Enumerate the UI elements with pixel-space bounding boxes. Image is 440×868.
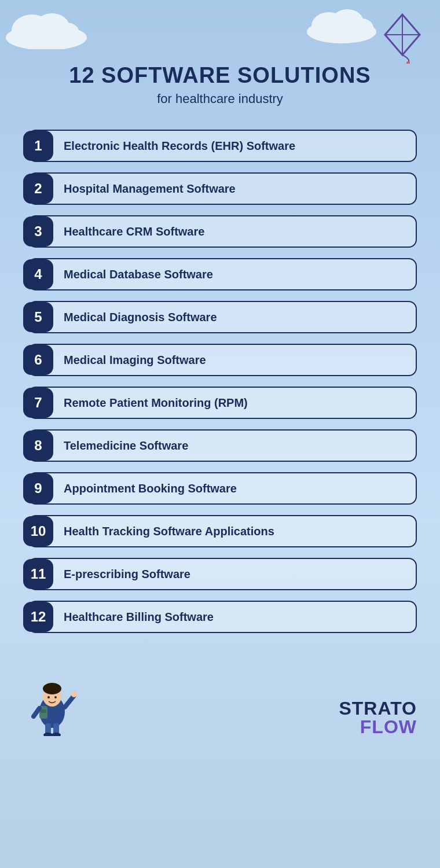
number-badge-1: 1	[23, 131, 53, 161]
svg-point-24	[47, 696, 50, 698]
number-badge-12: 12	[23, 602, 53, 632]
item-label-11: E-prescribing Software	[64, 567, 190, 581]
item-label-3: Healthcare CRM Software	[64, 225, 204, 238]
item-box-3: Healthcare CRM Software	[28, 215, 417, 248]
footer-section: STRATO FLOW	[0, 655, 440, 748]
number-badge-6: 6	[23, 345, 53, 375]
number-badge-5: 5	[23, 302, 53, 332]
number-badge-10: 10	[23, 516, 53, 546]
svg-point-25	[54, 696, 57, 698]
list-item-4: 4 Medical Database Software	[23, 258, 417, 290]
item-box-4: Medical Database Software	[28, 258, 417, 290]
list-item-2: 2 Hospital Management Software	[23, 172, 417, 205]
list-item-11: 11 E-prescribing Software	[23, 558, 417, 590]
item-box-9: Appointment Booking Software	[28, 472, 417, 505]
item-label-10: Health Tracking Software Applications	[64, 524, 274, 538]
item-box-5: Medical Diagnosis Software	[28, 301, 417, 333]
item-box-12: Healthcare Billing Software	[28, 601, 417, 633]
cloud-decoration-left	[0, 9, 93, 49]
svg-rect-18	[41, 709, 46, 713]
main-subtitle: for healthcare industry	[0, 91, 440, 106]
number-badge-8: 8	[23, 431, 53, 461]
items-list: 1 Electronic Health Records (EHR) Softwa…	[0, 118, 440, 655]
list-item-1: 1 Electronic Health Records (EHR) Softwa…	[23, 130, 417, 162]
item-label-1: Electronic Health Records (EHR) Software	[64, 139, 295, 153]
number-badge-3: 3	[23, 216, 53, 247]
list-item-3: 3 Healthcare CRM Software	[23, 215, 417, 248]
item-box-11: E-prescribing Software	[28, 558, 417, 590]
item-box-7: Remote Patient Monitoring (RPM)	[28, 387, 417, 419]
kite-decoration	[376, 12, 428, 64]
svg-line-21	[65, 696, 74, 707]
svg-point-3	[54, 23, 79, 43]
person-illustration	[23, 661, 81, 736]
svg-line-23	[34, 708, 39, 716]
item-box-8: Telemedicine Software	[28, 429, 417, 462]
item-box-2: Hospital Management Software	[28, 172, 417, 205]
item-label-12: Healthcare Billing Software	[64, 610, 214, 624]
list-item-9: 9 Appointment Booking Software	[23, 472, 417, 505]
number-badge-7: 7	[23, 388, 53, 418]
svg-point-7	[350, 19, 373, 37]
brand-line2: FLOW	[339, 718, 417, 736]
list-item-12: 12 Healthcare Billing Software	[23, 601, 417, 633]
list-item-8: 8 Telemedicine Software	[23, 429, 417, 462]
item-label-4: Medical Database Software	[64, 267, 213, 281]
list-item-7: 7 Remote Patient Monitoring (RPM)	[23, 387, 417, 419]
item-label-5: Medical Diagnosis Software	[64, 310, 217, 324]
item-box-6: Medical Imaging Software	[28, 344, 417, 376]
item-box-10: Health Tracking Software Applications	[28, 515, 417, 547]
list-item-6: 6 Medical Imaging Software	[23, 344, 417, 376]
svg-point-15	[43, 733, 53, 736]
number-badge-9: 9	[23, 473, 53, 503]
item-label-2: Hospital Management Software	[64, 182, 236, 196]
item-box-1: Electronic Health Records (EHR) Software	[28, 130, 417, 162]
brand-logo: STRATO FLOW	[339, 699, 417, 736]
svg-point-20	[43, 683, 61, 694]
number-badge-11: 11	[23, 559, 53, 589]
svg-point-16	[52, 733, 61, 736]
item-label-8: Telemedicine Software	[64, 439, 188, 453]
svg-point-22	[71, 692, 77, 697]
cloud-decoration-right	[301, 6, 382, 43]
brand-line1: STRATO	[339, 699, 417, 718]
main-title: 12 SOFTWARE SOLUTIONS	[0, 64, 440, 88]
item-label-9: Appointment Booking Software	[64, 481, 237, 495]
number-badge-2: 2	[23, 174, 53, 204]
item-label-6: Medical Imaging Software	[64, 353, 206, 367]
number-badge-4: 4	[23, 259, 53, 289]
list-item-5: 5 Medical Diagnosis Software	[23, 301, 417, 333]
item-label-7: Remote Patient Monitoring (RPM)	[64, 396, 248, 410]
list-item-10: 10 Health Tracking Software Applications	[23, 515, 417, 547]
